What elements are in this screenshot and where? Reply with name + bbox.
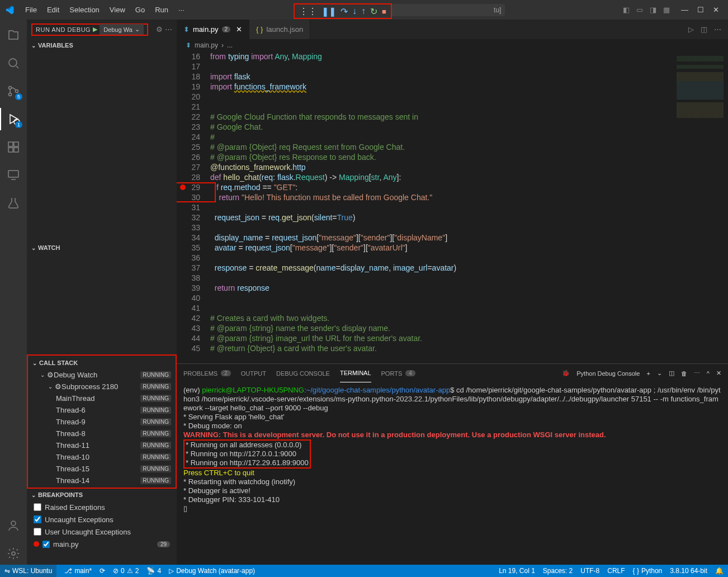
- callstack-subprocess[interactable]: ⌄⚙ Subprocess 2180RUNNING: [28, 381, 176, 392]
- debug-step-over-icon[interactable]: ↷: [341, 6, 348, 17]
- debug-pause-icon[interactable]: ❚❚: [322, 6, 336, 17]
- callstack-thread[interactable]: Thread-14RUNNING: [28, 475, 176, 486]
- callstack-thread[interactable]: Thread-8RUNNING: [28, 428, 176, 439]
- breakpoint-icon[interactable]: [180, 185, 186, 190]
- callstack-thread[interactable]: Thread-10RUNNING: [28, 451, 176, 463]
- callstack-root[interactable]: ⌄⚙ Debug WatchRUNNING: [28, 369, 176, 381]
- layout-customize-icon[interactable]: ▦: [663, 6, 670, 14]
- status-sync[interactable]: ⟳: [100, 567, 105, 575]
- variables-section: [27, 51, 177, 242]
- editor-tab[interactable]: ⬍main.py2✕: [177, 20, 249, 39]
- breadcrumb[interactable]: ⬍main.py›...: [177, 39, 728, 51]
- debug-toolbar[interactable]: ⋮⋮ ❚❚ ↷ ↓ ↑ ↻ ■: [294, 3, 392, 19]
- run-file-icon[interactable]: ▷: [688, 25, 694, 34]
- status-branch[interactable]: ⎇main*: [64, 567, 92, 575]
- debug-settings-gear-icon[interactable]: ⚙: [156, 25, 163, 34]
- search-icon[interactable]: [0, 52, 27, 74]
- bp-raised-checkbox[interactable]: [34, 503, 41, 511]
- more-actions-icon[interactable]: ⋯: [714, 25, 721, 34]
- layout-sidebar-left-icon[interactable]: ◧: [623, 6, 630, 14]
- menu-view[interactable]: View: [105, 3, 130, 16]
- code-editor[interactable]: 1617181920212223242526272829303132333435…: [177, 51, 728, 363]
- terminal-dropdown-icon[interactable]: ⌄: [657, 370, 662, 377]
- explorer-icon[interactable]: [0, 24, 27, 46]
- run-debug-icon[interactable]: 1: [0, 108, 27, 130]
- editor-tab[interactable]: { }launch.json: [249, 20, 310, 39]
- window-minimize-icon[interactable]: —: [681, 6, 688, 14]
- breakpoints-section-header[interactable]: ⌄BREAKPOINTS: [27, 489, 177, 501]
- tab-terminal[interactable]: TERMINAL: [340, 364, 371, 382]
- status-encoding[interactable]: UTF-8: [580, 567, 599, 575]
- remote-explorer-icon[interactable]: [0, 164, 27, 186]
- tab-debug-console[interactable]: DEBUG CONSOLE: [276, 364, 330, 382]
- shell-name[interactable]: Python Debug Console: [576, 370, 640, 377]
- tab-problems[interactable]: PROBLEMS2: [183, 364, 231, 382]
- callstack-thread[interactable]: Thread-9RUNNING: [28, 416, 176, 428]
- bp-file-row[interactable]: main.py29: [27, 538, 177, 550]
- bp-raised[interactable]: Raised Exceptions: [27, 501, 177, 513]
- start-debug-icon[interactable]: ▶: [93, 26, 97, 33]
- debug-shell-icon: 🐞: [562, 370, 570, 377]
- testing-icon[interactable]: [0, 192, 27, 214]
- status-debug[interactable]: ▷Debug Watch (avatar-app): [169, 567, 255, 575]
- menu-go[interactable]: Go: [130, 3, 150, 16]
- tab-ports[interactable]: PORTS4: [381, 364, 415, 382]
- remote-indicator[interactable]: ⇋WSL: Ubuntu: [0, 565, 56, 577]
- drag-handle-icon[interactable]: ⋮⋮: [299, 6, 317, 17]
- watch-section-header[interactable]: ⌄WATCH: [27, 242, 177, 254]
- callstack-thread[interactable]: MainThreadRUNNING: [28, 392, 176, 404]
- panel-more-icon[interactable]: ⋯: [694, 370, 700, 377]
- close-tab-icon[interactable]: ✕: [236, 25, 242, 34]
- window-maximize-icon[interactable]: ☐: [697, 6, 704, 14]
- debug-restart-icon[interactable]: ↻: [370, 6, 377, 17]
- debug-stop-icon[interactable]: ■: [382, 7, 386, 16]
- bp-uncaught[interactable]: Uncaught Exceptions: [27, 513, 177, 526]
- status-spaces[interactable]: Spaces: 2: [543, 567, 573, 575]
- maximize-panel-icon[interactable]: ^: [707, 370, 710, 377]
- kill-terminal-icon[interactable]: 🗑: [681, 370, 687, 377]
- more-icon[interactable]: ⋯: [165, 25, 172, 34]
- callstack-section-header[interactable]: ⌄CALL STACK: [28, 357, 176, 369]
- debug-step-into-icon[interactable]: ↓: [352, 6, 357, 16]
- accounts-icon[interactable]: [0, 514, 27, 537]
- source-control-icon[interactable]: 5: [0, 80, 27, 102]
- tab-output[interactable]: OUTPUT: [241, 364, 266, 382]
- extensions-icon[interactable]: [0, 136, 27, 158]
- close-panel-icon[interactable]: ✕: [716, 370, 721, 377]
- watch-label: WATCH: [38, 244, 60, 251]
- layout-sidebar-right-icon[interactable]: ◨: [650, 6, 656, 14]
- menu-selection[interactable]: Selection: [64, 3, 104, 16]
- status-position[interactable]: Ln 19, Col 1: [499, 567, 535, 575]
- callstack-thread[interactable]: Thread-11RUNNING: [28, 439, 176, 451]
- menu-file[interactable]: File: [20, 3, 42, 16]
- debug-step-out-icon[interactable]: ↑: [361, 6, 366, 16]
- status-eol[interactable]: CRLF: [607, 567, 625, 575]
- callstack-thread[interactable]: Thread-15RUNNING: [28, 463, 176, 475]
- terminal-content[interactable]: (env) pierrick@LAPTOP-HKU5PNNG:~/git/goo…: [177, 382, 728, 565]
- new-terminal-icon[interactable]: +: [646, 370, 650, 377]
- status-python[interactable]: 3.8.10 64-bit: [670, 567, 707, 575]
- bp-user-uncaught-checkbox[interactable]: [34, 528, 41, 536]
- terminal-running-highlight: * Running on all addresses (0.0.0.0) * R…: [183, 439, 311, 469]
- status-notifications-icon[interactable]: 🔔: [715, 567, 724, 575]
- bp-user-uncaught[interactable]: User Uncaught Exceptions: [27, 526, 177, 538]
- bp-uncaught-checkbox[interactable]: [34, 515, 41, 523]
- debug-config-selector[interactable]: RUN AND DEBUG ▶ Debug Wa⌄: [31, 23, 148, 36]
- split-editor-icon[interactable]: ◫: [701, 25, 707, 34]
- callstack-thread[interactable]: Thread-6RUNNING: [28, 404, 176, 416]
- settings-gear-icon[interactable]: [0, 542, 27, 565]
- status-ports[interactable]: 📡4: [146, 567, 161, 575]
- menu-···[interactable]: ···: [173, 3, 190, 16]
- svg-point-3: [16, 90, 18, 93]
- status-problems[interactable]: ⊘0⚠2: [113, 567, 139, 575]
- variables-section-header[interactable]: ⌄VARIABLES: [27, 39, 177, 51]
- menu-run[interactable]: Run: [150, 3, 173, 16]
- status-language[interactable]: { }Python: [633, 567, 663, 575]
- callstack-label: CALL STACK: [39, 360, 78, 366]
- bp-file-checkbox[interactable]: [42, 541, 50, 548]
- window-close-icon[interactable]: ✕: [713, 6, 719, 14]
- split-terminal-icon[interactable]: ◫: [669, 370, 674, 377]
- minimap[interactable]: [672, 51, 728, 363]
- layout-panel-icon[interactable]: ▭: [636, 6, 643, 14]
- menu-edit[interactable]: Edit: [42, 3, 64, 16]
